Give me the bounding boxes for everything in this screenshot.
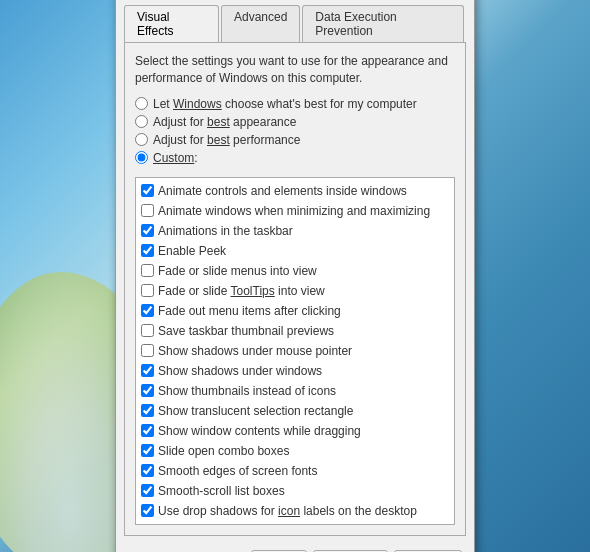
label-save-thumbnails[interactable]: Save taskbar thumbnail previews bbox=[158, 322, 334, 340]
checkbox-animate-controls[interactable] bbox=[141, 184, 154, 197]
tab-visual-effects-content: Select the settings you want to use for … bbox=[124, 42, 466, 536]
radio-item-windows-best: Let Windows choose what's best for my co… bbox=[135, 97, 455, 111]
list-item: Use drop shadows for icon labels on the … bbox=[139, 501, 451, 521]
checkbox-window-contents[interactable] bbox=[141, 424, 154, 437]
label-window-contents[interactable]: Show window contents while dragging bbox=[158, 422, 361, 440]
radio-item-best-performance: Adjust for best performance bbox=[135, 133, 455, 147]
checkbox-fade-tooltips[interactable] bbox=[141, 284, 154, 297]
list-item: Slide open combo boxes bbox=[139, 441, 451, 461]
label-animate-controls[interactable]: Animate controls and elements inside win… bbox=[158, 182, 407, 200]
list-item: Show shadows under mouse pointer bbox=[139, 341, 451, 361]
radio-item-best-appearance: Adjust for best appearance bbox=[135, 115, 455, 129]
checkbox-enable-peek[interactable] bbox=[141, 244, 154, 257]
tab-advanced[interactable]: Advanced bbox=[221, 5, 300, 42]
radio-label-windows-best[interactable]: Let Windows choose what's best for my co… bbox=[153, 97, 417, 111]
list-item: Smooth edges of screen fonts bbox=[139, 461, 451, 481]
list-item: Show thumbnails instead of icons bbox=[139, 381, 451, 401]
checkbox-shadow-windows[interactable] bbox=[141, 364, 154, 377]
checkbox-smooth-fonts[interactable] bbox=[141, 464, 154, 477]
radio-custom[interactable] bbox=[135, 151, 148, 164]
radio-label-best-appearance[interactable]: Adjust for best appearance bbox=[153, 115, 296, 129]
checkbox-slide-combo[interactable] bbox=[141, 444, 154, 457]
list-item: Enable Peek bbox=[139, 241, 451, 261]
label-animate-windows[interactable]: Animate windows when minimizing and maxi… bbox=[158, 202, 430, 220]
performance-options-dialog: Performance Options — □ ✕ Visual Effects… bbox=[115, 0, 475, 552]
label-animations-taskbar[interactable]: Animations in the taskbar bbox=[158, 222, 293, 240]
list-item: Show shadows under windows bbox=[139, 361, 451, 381]
radio-group: Let Windows choose what's best for my co… bbox=[135, 97, 455, 169]
tab-data-execution[interactable]: Data Execution Prevention bbox=[302, 5, 464, 42]
list-item: Show translucent selection rectangle bbox=[139, 401, 451, 421]
tab-visual-effects[interactable]: Visual Effects bbox=[124, 5, 219, 42]
list-item: Fade out menu items after clicking bbox=[139, 301, 451, 321]
radio-label-best-performance[interactable]: Adjust for best performance bbox=[153, 133, 300, 147]
list-item: Animate controls and elements inside win… bbox=[139, 181, 451, 201]
label-translucent-selection[interactable]: Show translucent selection rectangle bbox=[158, 402, 353, 420]
checkbox-save-thumbnails[interactable] bbox=[141, 324, 154, 337]
checkbox-shadow-mouse[interactable] bbox=[141, 344, 154, 357]
label-shadow-windows[interactable]: Show shadows under windows bbox=[158, 362, 322, 380]
label-shadow-mouse[interactable]: Show shadows under mouse pointer bbox=[158, 342, 352, 360]
list-item: Fade or slide menus into view bbox=[139, 261, 451, 281]
dialog-buttons: OK Cancel Apply bbox=[116, 544, 474, 552]
checkbox-list: Animate controls and elements inside win… bbox=[135, 177, 455, 525]
label-fade-menus[interactable]: Fade or slide menus into view bbox=[158, 262, 317, 280]
checkbox-translucent-selection[interactable] bbox=[141, 404, 154, 417]
label-enable-peek[interactable]: Enable Peek bbox=[158, 242, 226, 260]
label-drop-shadows[interactable]: Use drop shadows for icon labels on the … bbox=[158, 502, 417, 520]
radio-best-appearance[interactable] bbox=[135, 115, 148, 128]
list-item: Animate windows when minimizing and maxi… bbox=[139, 201, 451, 221]
checkbox-animations-taskbar[interactable] bbox=[141, 224, 154, 237]
list-item: Smooth-scroll list boxes bbox=[139, 481, 451, 501]
label-fade-menu-items[interactable]: Fade out menu items after clicking bbox=[158, 302, 341, 320]
description-text: Select the settings you want to use for … bbox=[135, 53, 455, 87]
list-item: Save taskbar thumbnail previews bbox=[139, 321, 451, 341]
label-smooth-fonts[interactable]: Smooth edges of screen fonts bbox=[158, 462, 317, 480]
list-item: Animations in the taskbar bbox=[139, 221, 451, 241]
dialog-overlay: Performance Options — □ ✕ Visual Effects… bbox=[0, 0, 590, 552]
label-smooth-scroll[interactable]: Smooth-scroll list boxes bbox=[158, 482, 285, 500]
list-item: Show window contents while dragging bbox=[139, 421, 451, 441]
label-slide-combo[interactable]: Slide open combo boxes bbox=[158, 442, 289, 460]
label-thumbnails[interactable]: Show thumbnails instead of icons bbox=[158, 382, 336, 400]
label-fade-tooltips[interactable]: Fade or slide ToolTips into view bbox=[158, 282, 325, 300]
checkbox-fade-menu-items[interactable] bbox=[141, 304, 154, 317]
tabs-bar: Visual Effects Advanced Data Execution P… bbox=[116, 0, 474, 42]
checkbox-drop-shadows[interactable] bbox=[141, 504, 154, 517]
radio-windows-best[interactable] bbox=[135, 97, 148, 110]
checkbox-thumbnails[interactable] bbox=[141, 384, 154, 397]
radio-best-performance[interactable] bbox=[135, 133, 148, 146]
radio-label-custom[interactable]: Custom: bbox=[153, 151, 198, 165]
checkbox-smooth-scroll[interactable] bbox=[141, 484, 154, 497]
radio-item-custom: Custom: bbox=[135, 151, 455, 165]
list-item: Fade or slide ToolTips into view bbox=[139, 281, 451, 301]
checkbox-fade-menus[interactable] bbox=[141, 264, 154, 277]
checkbox-animate-windows[interactable] bbox=[141, 204, 154, 217]
